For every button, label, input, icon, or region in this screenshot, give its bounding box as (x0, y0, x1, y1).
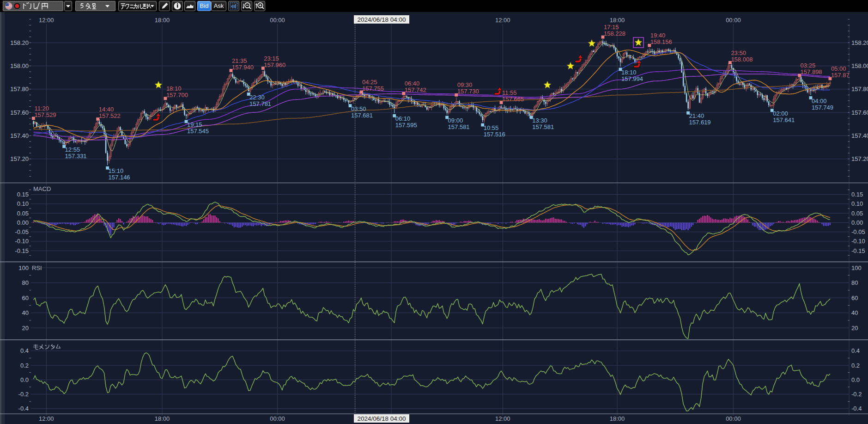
svg-text:12:00: 12:00 (39, 415, 54, 422)
svg-text:158.20: 158.20 (851, 39, 868, 46)
svg-text:13:30: 13:30 (532, 117, 547, 124)
svg-text:20: 20 (851, 325, 858, 332)
svg-text:157.749: 157.749 (812, 104, 833, 111)
svg-text:158.00: 158.00 (10, 62, 29, 69)
svg-text:14:40: 14:40 (99, 106, 114, 113)
svg-text:157.581: 157.581 (532, 123, 554, 130)
svg-text:157.898: 157.898 (801, 68, 822, 75)
svg-text:0.05: 0.05 (17, 210, 29, 217)
svg-text:03:50: 03:50 (351, 105, 366, 112)
svg-text:157.87: 157.87 (831, 72, 850, 79)
svg-text:157.581: 157.581 (448, 123, 470, 130)
svg-text:04:00: 04:00 (812, 98, 827, 104)
svg-text:157.619: 157.619 (689, 119, 711, 126)
svg-text:RSI: RSI (32, 264, 42, 271)
svg-text:157.545: 157.545 (187, 128, 209, 135)
svg-text:157.681: 157.681 (351, 112, 373, 119)
svg-text:158.00: 158.00 (851, 62, 868, 69)
svg-text:158.228: 158.228 (604, 30, 625, 37)
svg-text:80: 80 (22, 279, 29, 286)
svg-text:0.0: 0.0 (20, 376, 29, 383)
svg-text:-0.4: -0.4 (18, 405, 29, 412)
svg-text:157.742: 157.742 (405, 86, 426, 93)
svg-text:157.80: 157.80 (851, 86, 868, 92)
svg-text:0.00: 0.00 (17, 219, 29, 226)
svg-text:MACD: MACD (33, 185, 51, 192)
svg-text:0.15: 0.15 (17, 191, 29, 198)
svg-text:158.008: 158.008 (731, 56, 753, 63)
svg-text:157.595: 157.595 (395, 122, 417, 129)
svg-text:0.15: 0.15 (851, 191, 863, 198)
svg-text:157.40: 157.40 (10, 132, 29, 139)
svg-text:12:00: 12:00 (495, 17, 510, 24)
svg-text:157.529: 157.529 (34, 111, 56, 118)
svg-text:23:50: 23:50 (731, 49, 746, 56)
svg-text:157.516: 157.516 (484, 131, 505, 138)
svg-text:157.20: 157.20 (851, 155, 868, 162)
svg-text:0.10: 0.10 (851, 200, 863, 207)
svg-text:05:00: 05:00 (831, 65, 846, 72)
svg-text:157.994: 157.994 (621, 75, 643, 82)
svg-text:12:00: 12:00 (495, 415, 510, 422)
svg-text:100: 100 (851, 264, 862, 271)
svg-text:60: 60 (22, 295, 29, 301)
svg-text:21:40: 21:40 (689, 112, 704, 119)
svg-text:-0.05: -0.05 (15, 228, 29, 235)
svg-text:157.60: 157.60 (10, 109, 29, 116)
svg-text:22:30: 22:30 (249, 94, 265, 101)
svg-text:-0.2: -0.2 (851, 391, 862, 398)
svg-text:-0.15: -0.15 (851, 247, 865, 254)
svg-text:04:25: 04:25 (362, 79, 377, 86)
svg-text:157.80: 157.80 (10, 86, 29, 92)
svg-text:157.641: 157.641 (773, 117, 795, 123)
svg-text:2024/06/18 04:00: 2024/06/18 04:00 (357, 415, 406, 422)
svg-text:23:15: 23:15 (264, 55, 279, 62)
svg-text:157.730: 157.730 (457, 88, 479, 95)
svg-text:18:00: 18:00 (155, 415, 170, 422)
svg-text:157.146: 157.146 (109, 174, 130, 181)
svg-text:-0.4: -0.4 (851, 405, 862, 412)
svg-text:0.2: 0.2 (851, 362, 860, 369)
svg-text:06:40: 06:40 (405, 80, 420, 87)
svg-text:-0.10: -0.10 (851, 238, 865, 245)
svg-text:40: 40 (851, 309, 858, 316)
svg-text:157.40: 157.40 (851, 132, 868, 139)
svg-text:18:00: 18:00 (610, 415, 625, 422)
svg-text:157.60: 157.60 (851, 109, 868, 116)
svg-text:12:55: 12:55 (65, 146, 80, 153)
svg-text:100: 100 (18, 264, 29, 271)
svg-text:157.940: 157.940 (232, 64, 254, 71)
svg-text:157.331: 157.331 (65, 153, 87, 160)
svg-text:10:55: 10:55 (484, 124, 499, 131)
svg-text:02:00: 02:00 (773, 110, 788, 117)
svg-text:15:10: 15:10 (109, 167, 124, 174)
svg-text:40: 40 (22, 309, 29, 316)
svg-text:158.156: 158.156 (650, 38, 672, 45)
svg-text:18:10: 18:10 (621, 69, 637, 76)
svg-text:0.4: 0.4 (20, 347, 29, 354)
svg-text:18:00: 18:00 (155, 17, 170, 24)
svg-text:20: 20 (22, 325, 29, 332)
svg-text:00:00: 00:00 (270, 415, 285, 422)
svg-text:11:55: 11:55 (502, 89, 517, 96)
svg-text:0.05: 0.05 (851, 210, 863, 217)
svg-text:12:00: 12:00 (39, 17, 54, 24)
svg-text:0.2: 0.2 (20, 362, 29, 369)
svg-text:19:15: 19:15 (187, 121, 202, 128)
svg-text:06:10: 06:10 (395, 115, 411, 122)
svg-text:157.755: 157.755 (362, 85, 384, 92)
svg-text:157.781: 157.781 (249, 100, 271, 107)
svg-text:18:00: 18:00 (610, 17, 625, 24)
svg-text:00:00: 00:00 (270, 17, 285, 24)
svg-text:60: 60 (851, 295, 858, 301)
svg-text:80: 80 (851, 279, 858, 286)
svg-text:-0.15: -0.15 (15, 247, 29, 254)
svg-text:158.20: 158.20 (10, 39, 29, 46)
svg-text:11:20: 11:20 (34, 105, 49, 112)
svg-text:-0.05: -0.05 (851, 228, 865, 235)
svg-text:157.20: 157.20 (10, 155, 29, 162)
svg-text:157.960: 157.960 (264, 61, 285, 68)
svg-text:19:40: 19:40 (650, 32, 666, 39)
svg-text:2024/06/18 04:00: 2024/06/18 04:00 (357, 16, 406, 23)
svg-text:00:00: 00:00 (726, 415, 741, 422)
